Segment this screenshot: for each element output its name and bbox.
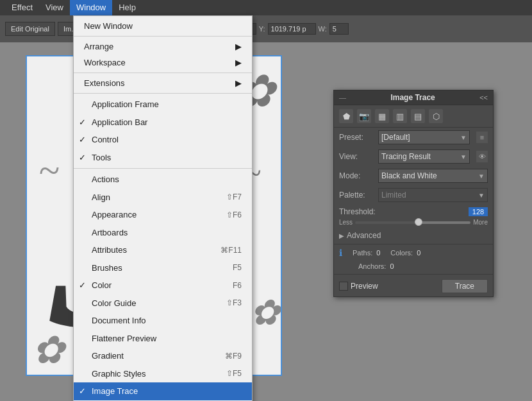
info-icon: ℹ [339, 248, 342, 258]
menu-item-extensions[interactable]: Extensions ▶ [74, 75, 252, 91]
slider-track[interactable] [355, 221, 470, 224]
panel-divider [334, 244, 493, 244]
panel-icon-auto[interactable]: ⬟ [339, 109, 353, 123]
menu-item-align[interactable]: Align ⇧F7 [74, 189, 252, 207]
anchors-label: Anchors: [358, 262, 386, 270]
threshold-value[interactable]: 128 [469, 207, 488, 216]
paths-group: Paths: 0 [353, 249, 380, 257]
menu-item-app-frame[interactable]: Application Frame [74, 96, 252, 114]
palette-select: Limited ▼ [378, 188, 488, 202]
preview-checkbox[interactable] [339, 282, 348, 291]
anchors-row: Anchors: 0 [334, 260, 493, 273]
panel-collapse-icon[interactable]: — [339, 94, 346, 101]
stats-row: ℹ Paths: 0 Colors: 0 [334, 246, 493, 260]
colors-value: 0 [417, 249, 420, 257]
palette-row: Palette: Limited ▼ [334, 185, 493, 205]
menu-item-workspace[interactable]: Workspace ▶ [74, 55, 252, 71]
panel-bottom-row: Preview Trace [334, 276, 493, 296]
preset-label: Preset: [339, 133, 374, 142]
menu-bar: Effect View Window Help [0, 0, 532, 15]
menu-item-attributes[interactable]: Attributes ⌘F11 [74, 241, 252, 259]
panel-title: Image Trace [390, 93, 435, 102]
edit-original-button[interactable]: Edit Original [5, 22, 55, 36]
menu-item-graphic-styles[interactable]: Graphic Styles ⇧F5 [74, 365, 252, 383]
palette-label: Palette: [339, 191, 374, 200]
trace-button[interactable]: Trace [442, 279, 488, 293]
slider-more-label: More [473, 219, 488, 226]
menu-effect[interactable]: Effect [5, 0, 39, 15]
colors-label: Colors: [390, 249, 413, 257]
advanced-arrow-icon: ▶ [339, 232, 344, 239]
menu-item-color-guide[interactable]: Color Guide ⇧F3 [74, 294, 252, 312]
menu-item-artboards[interactable]: Artboards [74, 224, 252, 242]
paths-value: 0 [376, 249, 380, 257]
panel-icon-grid2[interactable]: ▥ [393, 109, 407, 123]
preset-select[interactable]: [Default] ▼ [378, 130, 470, 144]
menu-item-tools[interactable]: ✓ Tools [74, 149, 252, 167]
menu-help[interactable]: Help [112, 0, 142, 15]
preset-row: Preset: [Default] ▼ ≡ [334, 128, 493, 147]
svg-text:~: ~ [38, 149, 59, 192]
paths-label: Paths: [353, 249, 372, 257]
svg-text:✿: ✿ [250, 293, 282, 332]
advanced-row[interactable]: ▶ Advanced [334, 228, 493, 243]
menu-item-control[interactable]: ✓ Control [74, 131, 252, 149]
menu-item-new-window[interactable]: New Window [74, 18, 252, 34]
coord-y-value[interactable]: 1019.719 p [268, 23, 316, 35]
menu-item-gradient[interactable]: Gradient ⌘F9 [74, 347, 252, 365]
window-menu: New Window Arrange ▶ Workspace ▶ Extensi… [73, 15, 253, 401]
panel-icon-outline[interactable]: ⬡ [429, 109, 443, 123]
mode-select[interactable]: Black and White ▼ [378, 169, 488, 183]
panel-icon-grid3[interactable]: ▤ [411, 109, 425, 123]
advanced-label: Advanced [347, 231, 381, 240]
mode-label: Mode: [339, 171, 374, 180]
panel-controls: << [479, 94, 488, 101]
colors-group: Colors: 0 [390, 249, 420, 257]
coord-y-label: Y: [259, 25, 265, 33]
slider-less-label: Less [339, 219, 353, 226]
anchors-value: 0 [390, 262, 394, 270]
menu-item-document-info[interactable]: Document Info [74, 312, 252, 330]
panel-icon-grid1[interactable]: ▦ [375, 109, 389, 123]
panel-icons-row: ⬟ 📷 ▦ ▥ ▤ ⬡ [334, 105, 493, 128]
menu-item-image-trace[interactable]: ✓ Image Trace [74, 382, 252, 400]
menu-item-actions[interactable]: Actions [74, 171, 252, 189]
coord-w-label: W: [319, 25, 327, 33]
preview-label: Preview [351, 282, 378, 291]
slider-thumb[interactable] [415, 218, 422, 226]
menu-window[interactable]: Window [70, 0, 112, 15]
menu-view[interactable]: View [39, 0, 70, 15]
mode-row: Mode: Black and White ▼ [334, 166, 493, 185]
panel-icon-photo[interactable]: 📷 [357, 109, 371, 123]
menu-item-flattener[interactable]: Flattener Preview [74, 330, 252, 348]
threshold-slider[interactable]: Less More [339, 219, 488, 226]
menu-item-app-bar[interactable]: ✓ Application Bar [74, 114, 252, 132]
svg-text:✿: ✿ [32, 329, 67, 371]
anchors-group: Anchors: 0 [358, 262, 394, 270]
view-select[interactable]: Tracing Result ▼ [378, 149, 470, 164]
coord-w-value[interactable]: 5 [329, 23, 349, 35]
menu-item-brushes[interactable]: Brushes F5 [74, 259, 252, 277]
preset-menu-icon[interactable]: ≡ [476, 132, 488, 143]
image-trace-panel: — Image Trace << ⬟ 📷 ▦ ▥ ▤ ⬡ Preset: [De… [333, 90, 494, 297]
threshold-label: Threshold: [339, 207, 376, 216]
preview-checkbox-group[interactable]: Preview [339, 282, 378, 291]
panel-expand-icon[interactable]: << [479, 94, 488, 101]
threshold-row: Threshold: 128 Less More [334, 205, 493, 228]
menu-item-appearance[interactable]: Appearance ⇧F6 [74, 206, 252, 224]
panel-titlebar: — Image Trace << [334, 90, 493, 105]
view-row: View: Tracing Result ▼ 👁 [334, 147, 493, 166]
view-eye-icon[interactable]: 👁 [476, 151, 488, 162]
menu-item-arrange[interactable]: Arrange ▶ [74, 38, 252, 55]
menu-item-color[interactable]: ✓ Color F6 [74, 277, 252, 294]
view-label: View: [339, 152, 374, 161]
panel-bottom-divider [334, 274, 493, 275]
